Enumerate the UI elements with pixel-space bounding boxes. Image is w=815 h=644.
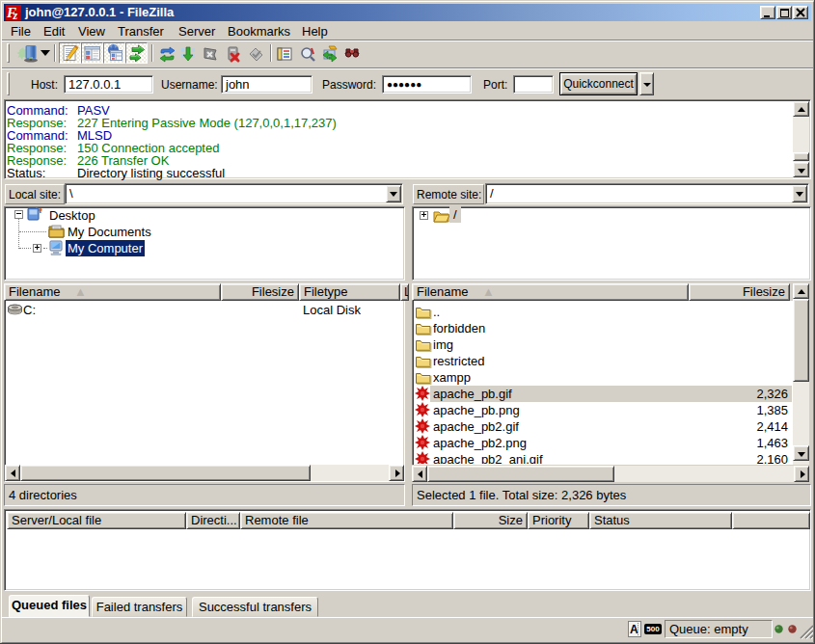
svg-text:z: z [13,9,18,21]
